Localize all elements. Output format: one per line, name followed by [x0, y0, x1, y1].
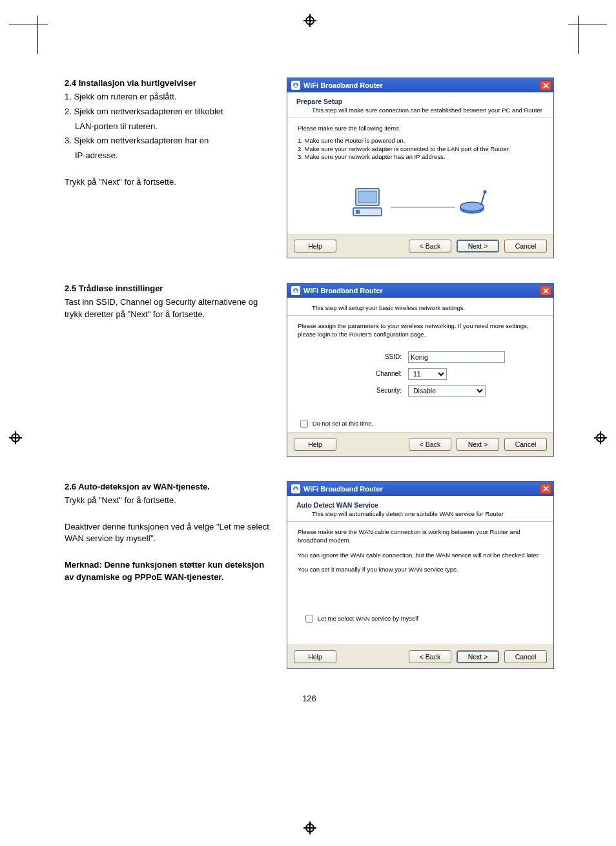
back-button[interactable]: < Back — [409, 240, 451, 253]
body-text: Tast inn SSID, Channel og Security alter… — [65, 296, 271, 321]
titlebar: WiFi Broadband Router — [287, 482, 553, 496]
skip-checkbox-label: Do not set at this time. — [313, 419, 374, 426]
manual-wan-checkbox-label: Let me select WAN service by myself — [318, 615, 418, 622]
next-button[interactable]: Next > — [457, 240, 499, 253]
body-line: 1. Sjekk om ruteren er påslått. — [65, 91, 271, 103]
app-icon — [291, 81, 300, 90]
dialog-title: WiFi Broadband Router — [303, 81, 383, 89]
ssid-label: SSID: — [333, 349, 404, 365]
wizard-paragraph: You can set it manually if you know your… — [298, 566, 543, 574]
checklist-item: 3. Make sure your network adapter has an… — [298, 153, 543, 161]
back-button[interactable]: < Back — [409, 438, 451, 451]
help-button[interactable]: Help — [294, 650, 336, 663]
close-button[interactable] — [540, 285, 551, 296]
wizard-intro-text: Please make sure the following items. — [298, 125, 543, 133]
titlebar: WiFi Broadband Router — [287, 78, 553, 92]
next-button[interactable]: Next > — [457, 438, 499, 451]
registration-mark — [303, 14, 316, 27]
pc-icon — [352, 186, 387, 218]
section-heading: 2.6 Auto-deteksjon av WAN-tjeneste. — [65, 481, 271, 493]
titlebar: WiFi Broadband Router — [287, 284, 553, 298]
dialog-title: WiFi Broadband Router — [303, 485, 383, 493]
body-line: IP-adresse. — [65, 150, 271, 162]
channel-label: Channel: — [333, 366, 404, 382]
wizard-step-subtitle: This step will setup your basic wireless… — [312, 304, 544, 311]
body-line: 2. Sjekk om nettverksadapteren er tilkob… — [65, 106, 271, 118]
note-text: Merknad: Denne funksjonen støtter kun de… — [65, 559, 271, 584]
svg-point-6 — [460, 202, 484, 211]
body-text: Trykk på "Next" for å fortsette. — [65, 495, 271, 507]
wizard-intro-text: Please assign the parameters to your wir… — [298, 322, 543, 339]
router-icon — [459, 189, 489, 215]
close-button[interactable] — [540, 80, 551, 90]
body-line: Trykk på "Next" for å fortsette. — [65, 176, 271, 189]
wizard-paragraph: Please make sure the WAN cable connectio… — [298, 528, 543, 545]
registration-mark — [594, 431, 607, 444]
wizard-paragraph: You can ignore the WAN cable connection,… — [298, 552, 543, 560]
app-icon — [291, 286, 300, 295]
help-button[interactable]: Help — [294, 438, 336, 451]
body-line: 3. Sjekk om nettverksadapteren har en — [65, 135, 271, 147]
close-button[interactable] — [540, 484, 551, 494]
page-number: 126 — [65, 694, 554, 703]
cancel-button[interactable]: Cancel — [504, 438, 547, 451]
dialog-title: WiFi Broadband Router — [303, 287, 383, 294]
back-button[interactable]: < Back — [409, 650, 451, 663]
checklist-item: 1. Make sure the Router is powered on. — [298, 137, 543, 145]
security-select[interactable]: Disable — [408, 385, 486, 397]
manual-wan-checkbox[interactable] — [305, 615, 313, 623]
cancel-button[interactable]: Cancel — [504, 650, 547, 663]
ssid-input[interactable] — [408, 351, 505, 363]
security-label: Security: — [333, 383, 404, 398]
section-heading: 2.4 Installasjon via hurtigveiviser — [65, 77, 271, 90]
svg-rect-2 — [358, 191, 376, 203]
body-line: LAN-porten til ruteren. — [65, 121, 271, 133]
checklist-item: 2. Make sure your network adapter is con… — [298, 145, 543, 154]
svg-rect-4 — [356, 210, 360, 214]
wizard-dialog-wireless-settings: WiFi Broadband Router This step will set… — [287, 283, 554, 457]
section-heading: 2.5 Trådløse innstillinger — [65, 283, 271, 295]
wizard-step-subtitle: This step will make sure connection can … — [312, 107, 544, 114]
skip-checkbox[interactable] — [300, 420, 308, 428]
registration-mark — [9, 431, 22, 444]
channel-select[interactable]: 11 — [408, 368, 447, 380]
registration-mark — [303, 821, 316, 834]
help-button[interactable]: Help — [294, 240, 336, 253]
wizard-step-title: Prepare Setup — [296, 98, 544, 105]
cancel-button[interactable]: Cancel — [504, 240, 547, 253]
wizard-step-subtitle: This step will automatically detect one … — [312, 510, 544, 517]
app-icon — [291, 484, 300, 493]
connection-diagram — [298, 180, 543, 225]
wizard-dialog-auto-detect-wan: WiFi Broadband Router Auto Detect WAN Se… — [287, 481, 554, 669]
next-button[interactable]: Next > — [457, 650, 499, 663]
body-text: Deaktiver denne funksjonen ved å velge "… — [65, 521, 271, 546]
svg-point-8 — [484, 191, 487, 194]
svg-line-7 — [481, 192, 485, 205]
wizard-dialog-prepare-setup: WiFi Broadband Router Prepare Setup This… — [287, 77, 554, 258]
wizard-step-title: Auto Detect WAN Service — [296, 501, 544, 509]
